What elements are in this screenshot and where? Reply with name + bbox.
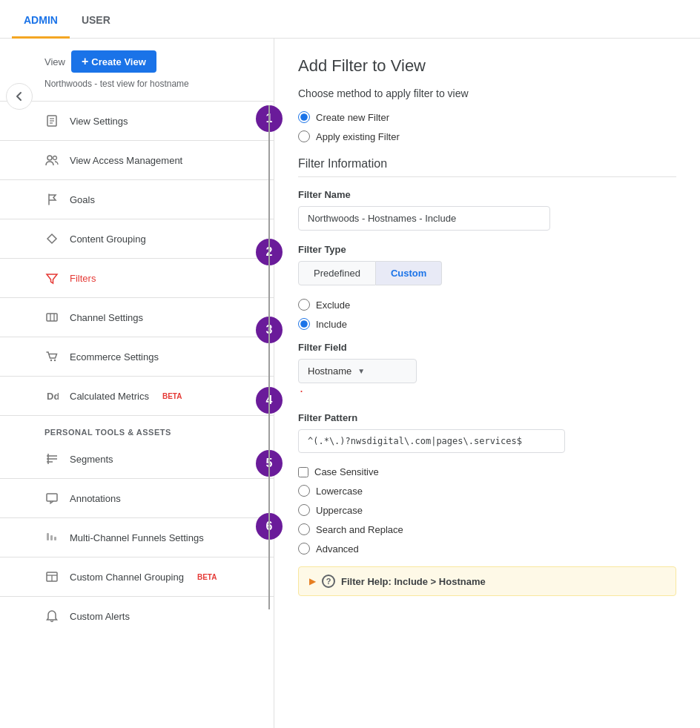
sidebar-item-view-settings[interactable]: View Settings: [0, 105, 274, 137]
svg-point-4: [47, 156, 52, 160]
filter-pattern-input[interactable]: [298, 429, 565, 453]
filter-field-dropdown[interactable]: Hostname ▼: [298, 359, 417, 383]
annotations-icon: [44, 491, 59, 506]
sidebar-item-channel-settings[interactable]: Channel Settings: [0, 301, 274, 334]
channel-icon: [44, 310, 59, 325]
filter-help-expand-icon[interactable]: ▶: [309, 576, 316, 586]
plus-icon: +: [82, 55, 88, 68]
filter-type-group: Filter Type Predefined Custom: [298, 244, 676, 285]
radio-lowercase-input[interactable]: [298, 485, 310, 497]
radio-advanced-label: Advanced: [316, 543, 359, 555]
custom-channel-icon: [44, 569, 59, 584]
radio-apply-existing-filter[interactable]: Apply existing Filter: [298, 130, 676, 142]
radio-exclude[interactable]: Exclude: [298, 299, 676, 311]
tab-user[interactable]: USER: [70, 4, 122, 39]
svg-text:Dd: Dd: [47, 391, 59, 402]
sidebar-item-funnels-settings[interactable]: Multi-Channel Funnels Settings: [0, 521, 274, 554]
radio-include-label: Include: [316, 319, 347, 330]
svg-rect-19: [50, 535, 53, 540]
radio-exclude-input[interactable]: [298, 299, 310, 311]
case-sensitive-input[interactable]: [298, 467, 308, 477]
custom-channel-grouping-label: Custom Channel Grouping: [70, 572, 184, 583]
sidebar-item-annotations[interactable]: Annotations: [0, 482, 274, 514]
include-exclude-group: Exclude Include: [298, 299, 676, 330]
svg-point-10: [50, 360, 52, 361]
filter-help-question-icon: ?: [322, 575, 335, 588]
radio-create-new-input[interactable]: [298, 111, 310, 123]
sidebar-item-ecommerce-settings[interactable]: Ecommerce Settings: [0, 340, 274, 373]
filter-field-group: Filter Field Hostname ▼ ·: [298, 342, 676, 399]
radio-uppercase-input[interactable]: [298, 504, 310, 516]
radio-search-replace-input[interactable]: [298, 523, 310, 535]
sidebar-item-goals[interactable]: Goals: [0, 183, 274, 216]
document-icon: [44, 113, 59, 128]
radio-include[interactable]: Include: [298, 318, 676, 330]
view-label: View: [44, 56, 65, 67]
filter-icon: [44, 271, 59, 285]
radio-create-new-filter[interactable]: Create new Filter: [298, 111, 676, 123]
page-title: Add Filter to View: [298, 56, 676, 76]
back-button[interactable]: [6, 83, 33, 110]
radio-advanced[interactable]: Advanced: [298, 543, 676, 555]
method-radio-group: Create new Filter Apply existing Filter: [298, 111, 676, 142]
filter-type-buttons: Predefined Custom: [298, 261, 676, 285]
case-sensitive-checkbox[interactable]: Case Sensitive: [298, 466, 676, 477]
radio-search-replace-label: Search and Replace: [316, 524, 403, 535]
create-view-button[interactable]: + Create View: [71, 50, 156, 73]
extra-options-group: Lowercase Uppercase Search and Replace A…: [298, 485, 676, 555]
content-icon: [44, 231, 59, 246]
sidebar-item-calculated-metrics[interactable]: Dd Calculated Metrics BETA: [0, 380, 274, 412]
filter-help-text: Filter Help: Include > Hostname: [341, 576, 486, 587]
filter-field-label: Filter Field: [298, 342, 676, 353]
segments-icon: [44, 451, 59, 466]
radio-create-new-label: Create new Filter: [316, 112, 389, 123]
custom-channel-beta: BETA: [197, 573, 217, 581]
goals-label: Goals: [70, 194, 95, 205]
sidebar-item-segments[interactable]: Segments: [0, 443, 274, 475]
view-subtitle: Northwoods - test view for hostname: [0, 79, 274, 98]
radio-apply-existing-label: Apply existing Filter: [316, 131, 400, 142]
svg-point-5: [53, 156, 57, 160]
dropdown-arrow-icon: ▼: [357, 367, 365, 375]
sidebar-item-filters[interactable]: Filters: [0, 262, 274, 294]
filter-name-input[interactable]: [298, 206, 550, 231]
view-settings-label: View Settings: [70, 116, 128, 127]
funnels-icon: [44, 530, 59, 545]
sidebar-item-custom-channel-grouping[interactable]: Custom Channel Grouping BETA: [0, 560, 274, 593]
annotations-label: Annotations: [70, 493, 121, 504]
personal-tools-section-title: PERSONAL TOOLS & ASSETS: [0, 419, 274, 443]
radio-include-input[interactable]: [298, 318, 310, 330]
alerts-icon: [44, 609, 59, 623]
filter-field-value: Hostname: [308, 365, 351, 377]
svg-rect-17: [47, 494, 57, 501]
filter-type-custom-button[interactable]: Custom: [376, 261, 442, 285]
calculated-metrics-beta: BETA: [162, 392, 182, 400]
svg-rect-18: [47, 533, 49, 540]
filter-name-label: Filter Name: [298, 189, 676, 200]
radio-uppercase[interactable]: Uppercase: [298, 504, 676, 516]
sidebar-item-custom-alerts[interactable]: Custom Alerts: [0, 600, 274, 632]
calculated-metrics-label: Calculated Metrics: [70, 391, 149, 402]
funnels-settings-label: Multi-Channel Funnels Settings: [70, 532, 204, 543]
filter-type-predefined-button[interactable]: Predefined: [298, 261, 376, 285]
radio-advanced-input[interactable]: [298, 543, 310, 555]
radio-apply-existing-input[interactable]: [298, 130, 310, 142]
flag-icon: [44, 192, 59, 207]
filter-info-header: Filter Information: [298, 157, 676, 177]
filter-help-bar[interactable]: ▶ ? Filter Help: Include > Hostname: [298, 566, 676, 596]
top-nav: ADMIN USER: [0, 0, 700, 39]
radio-lowercase-label: Lowercase: [316, 486, 363, 497]
sidebar: View + Create View Northwoods - test vie…: [0, 39, 274, 728]
create-view-label: Create View: [91, 56, 145, 67]
svg-rect-20: [54, 537, 56, 540]
sidebar-item-content-grouping[interactable]: Content Grouping: [0, 222, 274, 255]
radio-exclude-label: Exclude: [316, 300, 350, 311]
cart-icon: [44, 349, 59, 364]
calc-icon: Dd: [44, 388, 59, 403]
ecommerce-settings-label: Ecommerce Settings: [70, 351, 159, 363]
radio-search-replace[interactable]: Search and Replace: [298, 523, 676, 535]
method-subtitle: Choose method to apply filter to view: [298, 87, 676, 99]
radio-lowercase[interactable]: Lowercase: [298, 485, 676, 497]
tab-admin[interactable]: ADMIN: [12, 4, 70, 39]
sidebar-item-access-management[interactable]: View Access Management: [0, 144, 274, 176]
